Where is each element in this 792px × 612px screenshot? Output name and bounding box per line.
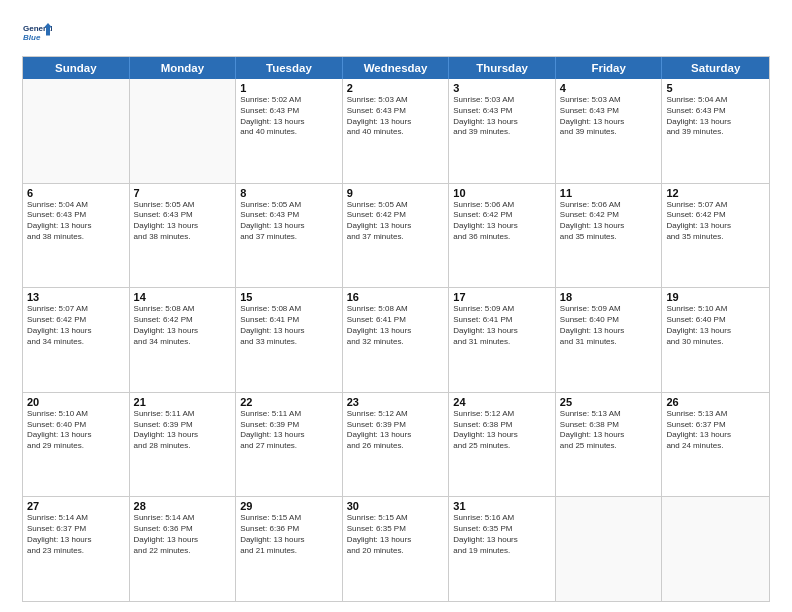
cell-info: Sunrise: 5:11 AMSunset: 6:39 PMDaylight:… <box>134 409 232 452</box>
day-number: 5 <box>666 82 765 94</box>
cell-info: Sunrise: 5:05 AMSunset: 6:43 PMDaylight:… <box>134 200 232 243</box>
day-number: 29 <box>240 500 338 512</box>
day-number: 3 <box>453 82 551 94</box>
day-number: 1 <box>240 82 338 94</box>
day-number: 12 <box>666 187 765 199</box>
day-cell-25: 25Sunrise: 5:13 AMSunset: 6:38 PMDayligh… <box>556 393 663 497</box>
day-cell-18: 18Sunrise: 5:09 AMSunset: 6:40 PMDayligh… <box>556 288 663 392</box>
day-cell-19: 19Sunrise: 5:10 AMSunset: 6:40 PMDayligh… <box>662 288 769 392</box>
day-cell-13: 13Sunrise: 5:07 AMSunset: 6:42 PMDayligh… <box>23 288 130 392</box>
cell-info: Sunrise: 5:09 AMSunset: 6:40 PMDaylight:… <box>560 304 658 347</box>
cell-info: Sunrise: 5:06 AMSunset: 6:42 PMDaylight:… <box>453 200 551 243</box>
day-number: 9 <box>347 187 445 199</box>
day-cell-3: 3Sunrise: 5:03 AMSunset: 6:43 PMDaylight… <box>449 79 556 183</box>
day-cell-2: 2Sunrise: 5:03 AMSunset: 6:43 PMDaylight… <box>343 79 450 183</box>
cell-info: Sunrise: 5:02 AMSunset: 6:43 PMDaylight:… <box>240 95 338 138</box>
day-number: 16 <box>347 291 445 303</box>
day-number: 8 <box>240 187 338 199</box>
cell-info: Sunrise: 5:10 AMSunset: 6:40 PMDaylight:… <box>666 304 765 347</box>
cell-info: Sunrise: 5:03 AMSunset: 6:43 PMDaylight:… <box>347 95 445 138</box>
day-number: 11 <box>560 187 658 199</box>
day-cell-22: 22Sunrise: 5:11 AMSunset: 6:39 PMDayligh… <box>236 393 343 497</box>
cell-info: Sunrise: 5:12 AMSunset: 6:39 PMDaylight:… <box>347 409 445 452</box>
cell-info: Sunrise: 5:05 AMSunset: 6:42 PMDaylight:… <box>347 200 445 243</box>
header-day-monday: Monday <box>130 57 237 79</box>
day-cell-27: 27Sunrise: 5:14 AMSunset: 6:37 PMDayligh… <box>23 497 130 601</box>
header-day-thursday: Thursday <box>449 57 556 79</box>
header-day-wednesday: Wednesday <box>343 57 450 79</box>
day-cell-1: 1Sunrise: 5:02 AMSunset: 6:43 PMDaylight… <box>236 79 343 183</box>
day-cell-14: 14Sunrise: 5:08 AMSunset: 6:42 PMDayligh… <box>130 288 237 392</box>
cell-info: Sunrise: 5:03 AMSunset: 6:43 PMDaylight:… <box>560 95 658 138</box>
day-cell-8: 8Sunrise: 5:05 AMSunset: 6:43 PMDaylight… <box>236 184 343 288</box>
day-number: 24 <box>453 396 551 408</box>
day-cell-28: 28Sunrise: 5:14 AMSunset: 6:36 PMDayligh… <box>130 497 237 601</box>
day-number: 2 <box>347 82 445 94</box>
day-number: 7 <box>134 187 232 199</box>
day-number: 30 <box>347 500 445 512</box>
day-cell-21: 21Sunrise: 5:11 AMSunset: 6:39 PMDayligh… <box>130 393 237 497</box>
cell-info: Sunrise: 5:05 AMSunset: 6:43 PMDaylight:… <box>240 200 338 243</box>
day-cell-6: 6Sunrise: 5:04 AMSunset: 6:43 PMDaylight… <box>23 184 130 288</box>
cell-info: Sunrise: 5:03 AMSunset: 6:43 PMDaylight:… <box>453 95 551 138</box>
cell-info: Sunrise: 5:11 AMSunset: 6:39 PMDaylight:… <box>240 409 338 452</box>
day-number: 26 <box>666 396 765 408</box>
cell-info: Sunrise: 5:14 AMSunset: 6:36 PMDaylight:… <box>134 513 232 556</box>
day-cell-17: 17Sunrise: 5:09 AMSunset: 6:41 PMDayligh… <box>449 288 556 392</box>
day-number: 20 <box>27 396 125 408</box>
svg-text:Blue: Blue <box>23 33 41 42</box>
calendar-row-4: 27Sunrise: 5:14 AMSunset: 6:37 PMDayligh… <box>23 497 769 601</box>
day-number: 10 <box>453 187 551 199</box>
header-day-saturday: Saturday <box>662 57 769 79</box>
day-cell-10: 10Sunrise: 5:06 AMSunset: 6:42 PMDayligh… <box>449 184 556 288</box>
day-number: 22 <box>240 396 338 408</box>
day-cell-12: 12Sunrise: 5:07 AMSunset: 6:42 PMDayligh… <box>662 184 769 288</box>
cell-info: Sunrise: 5:13 AMSunset: 6:38 PMDaylight:… <box>560 409 658 452</box>
day-cell-15: 15Sunrise: 5:08 AMSunset: 6:41 PMDayligh… <box>236 288 343 392</box>
calendar-row-3: 20Sunrise: 5:10 AMSunset: 6:40 PMDayligh… <box>23 393 769 498</box>
header-day-friday: Friday <box>556 57 663 79</box>
cell-info: Sunrise: 5:04 AMSunset: 6:43 PMDaylight:… <box>27 200 125 243</box>
day-number: 27 <box>27 500 125 512</box>
day-cell-9: 9Sunrise: 5:05 AMSunset: 6:42 PMDaylight… <box>343 184 450 288</box>
day-cell-29: 29Sunrise: 5:15 AMSunset: 6:36 PMDayligh… <box>236 497 343 601</box>
cell-info: Sunrise: 5:09 AMSunset: 6:41 PMDaylight:… <box>453 304 551 347</box>
page: General Blue SundayMondayTuesdayWednesda… <box>0 0 792 612</box>
day-number: 19 <box>666 291 765 303</box>
cell-info: Sunrise: 5:12 AMSunset: 6:38 PMDaylight:… <box>453 409 551 452</box>
day-number: 23 <box>347 396 445 408</box>
cell-info: Sunrise: 5:08 AMSunset: 6:42 PMDaylight:… <box>134 304 232 347</box>
day-cell-26: 26Sunrise: 5:13 AMSunset: 6:37 PMDayligh… <box>662 393 769 497</box>
logo: General Blue <box>22 18 52 48</box>
calendar: SundayMondayTuesdayWednesdayThursdayFrid… <box>22 56 770 602</box>
day-number: 4 <box>560 82 658 94</box>
day-number: 14 <box>134 291 232 303</box>
day-number: 13 <box>27 291 125 303</box>
calendar-body: 1Sunrise: 5:02 AMSunset: 6:43 PMDaylight… <box>23 79 769 601</box>
calendar-row-0: 1Sunrise: 5:02 AMSunset: 6:43 PMDaylight… <box>23 79 769 184</box>
day-number: 6 <box>27 187 125 199</box>
empty-cell <box>556 497 663 601</box>
day-cell-7: 7Sunrise: 5:05 AMSunset: 6:43 PMDaylight… <box>130 184 237 288</box>
cell-info: Sunrise: 5:15 AMSunset: 6:35 PMDaylight:… <box>347 513 445 556</box>
day-cell-20: 20Sunrise: 5:10 AMSunset: 6:40 PMDayligh… <box>23 393 130 497</box>
logo-graphic: General Blue <box>22 18 52 48</box>
cell-info: Sunrise: 5:07 AMSunset: 6:42 PMDaylight:… <box>27 304 125 347</box>
day-number: 17 <box>453 291 551 303</box>
day-cell-30: 30Sunrise: 5:15 AMSunset: 6:35 PMDayligh… <box>343 497 450 601</box>
day-number: 31 <box>453 500 551 512</box>
cell-info: Sunrise: 5:16 AMSunset: 6:35 PMDaylight:… <box>453 513 551 556</box>
cell-info: Sunrise: 5:08 AMSunset: 6:41 PMDaylight:… <box>240 304 338 347</box>
cell-info: Sunrise: 5:15 AMSunset: 6:36 PMDaylight:… <box>240 513 338 556</box>
cell-info: Sunrise: 5:14 AMSunset: 6:37 PMDaylight:… <box>27 513 125 556</box>
day-number: 21 <box>134 396 232 408</box>
day-cell-23: 23Sunrise: 5:12 AMSunset: 6:39 PMDayligh… <box>343 393 450 497</box>
calendar-row-1: 6Sunrise: 5:04 AMSunset: 6:43 PMDaylight… <box>23 184 769 289</box>
cell-info: Sunrise: 5:08 AMSunset: 6:41 PMDaylight:… <box>347 304 445 347</box>
day-number: 25 <box>560 396 658 408</box>
day-number: 15 <box>240 291 338 303</box>
day-number: 18 <box>560 291 658 303</box>
day-cell-5: 5Sunrise: 5:04 AMSunset: 6:43 PMDaylight… <box>662 79 769 183</box>
day-cell-24: 24Sunrise: 5:12 AMSunset: 6:38 PMDayligh… <box>449 393 556 497</box>
day-cell-31: 31Sunrise: 5:16 AMSunset: 6:35 PMDayligh… <box>449 497 556 601</box>
